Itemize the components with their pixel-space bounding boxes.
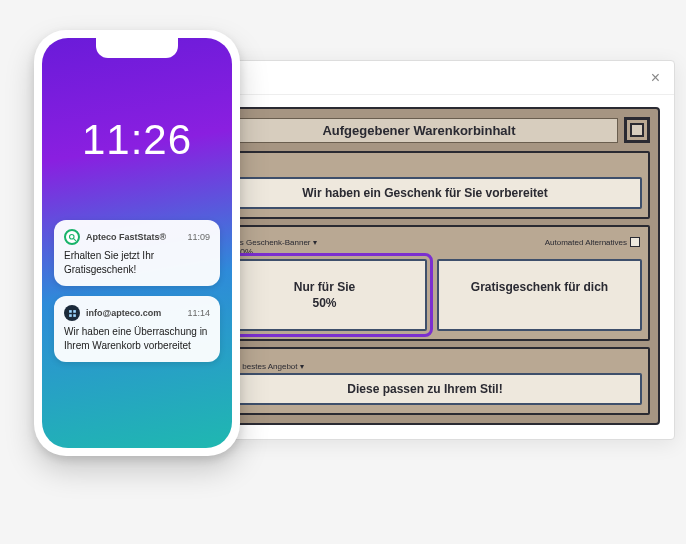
svg-rect-3 bbox=[73, 310, 76, 313]
section-gift-prepared[interactable]: ff ▾ Wir haben ein Geschenk für Sie vorb… bbox=[200, 151, 650, 219]
section-ab-variants[interactable]: stenloses Geschenk-Banner ▾ Automated Al… bbox=[200, 225, 650, 341]
canvas-title: Aufgegebener Warenkorbinhalt bbox=[220, 118, 618, 143]
automated-alternatives-checkbox[interactable] bbox=[630, 237, 640, 247]
notification-body: Wir haben eine Überraschung in Ihrem War… bbox=[64, 325, 210, 352]
notification-app-name: info@apteco.com bbox=[86, 308, 181, 318]
section-next-best-offer[interactable]: chstes bestes Angebot ▾ Diese passen zu … bbox=[200, 347, 650, 415]
notification-card[interactable]: Apteco FastStats® 11:09 Erhalten Sie jet… bbox=[54, 220, 220, 286]
svg-point-0 bbox=[69, 234, 74, 239]
banner-gift-prepared[interactable]: Wir haben ein Geschenk für Sie vorbereit… bbox=[208, 177, 642, 209]
phone-screen: 11:26 Apteco FastStats® 11:09 Erhalten S… bbox=[42, 38, 232, 448]
variant-b-card[interactable]: Gratisgeschenk für dich bbox=[437, 259, 642, 331]
notification-body: Erhalten Sie jetzt Ihr Gratisgeschenk! bbox=[64, 249, 210, 276]
window-header: × bbox=[176, 61, 674, 95]
lockscreen-clock: 11:26 bbox=[42, 116, 232, 164]
svg-rect-5 bbox=[73, 314, 76, 317]
svg-line-1 bbox=[73, 238, 75, 240]
window-body: Aufgegebener Warenkorbinhalt ff ▾ Wir ha… bbox=[176, 95, 674, 439]
flow-canvas: Aufgegebener Warenkorbinhalt ff ▾ Wir ha… bbox=[190, 107, 660, 425]
canvas-title-row: Aufgegebener Warenkorbinhalt bbox=[200, 117, 650, 143]
split-percent-tag: 50% bbox=[232, 247, 642, 257]
variant-a-line2: 50% bbox=[312, 296, 336, 310]
phone-mockup: 11:26 Apteco FastStats® 11:09 Erhalten S… bbox=[34, 30, 240, 456]
notification-time: 11:14 bbox=[187, 308, 210, 318]
ab-legend-row: stenloses Geschenk-Banner ▾ Automated Al… bbox=[208, 237, 642, 247]
editor-window: × Aufgegebener Warenkorbinhalt ff ▾ Wir … bbox=[175, 60, 675, 440]
notification-card[interactable]: info@apteco.com 11:14 Wir haben eine Übe… bbox=[54, 296, 220, 362]
svg-rect-4 bbox=[69, 314, 72, 317]
grid-icon bbox=[64, 305, 80, 321]
svg-rect-2 bbox=[69, 310, 72, 313]
magnify-icon bbox=[64, 229, 80, 245]
automated-alternatives-label: Automated Alternatives bbox=[545, 238, 627, 247]
variant-a-line1: Nur für Sie bbox=[294, 280, 355, 294]
ab-split-row: Nur für Sie 50% Gratisgeschenk für dich bbox=[208, 259, 642, 331]
notification-stack: Apteco FastStats® 11:09 Erhalten Sie jet… bbox=[54, 220, 220, 362]
close-icon[interactable]: × bbox=[647, 65, 664, 91]
maximize-icon[interactable] bbox=[624, 117, 650, 143]
banner-style-match[interactable]: Diese passen zu Ihrem Stil! bbox=[208, 373, 642, 405]
notification-time: 11:09 bbox=[187, 232, 210, 242]
variant-a-card[interactable]: Nur für Sie 50% bbox=[222, 259, 427, 331]
notification-app-name: Apteco FastStats® bbox=[86, 232, 181, 242]
phone-notch bbox=[96, 38, 178, 58]
